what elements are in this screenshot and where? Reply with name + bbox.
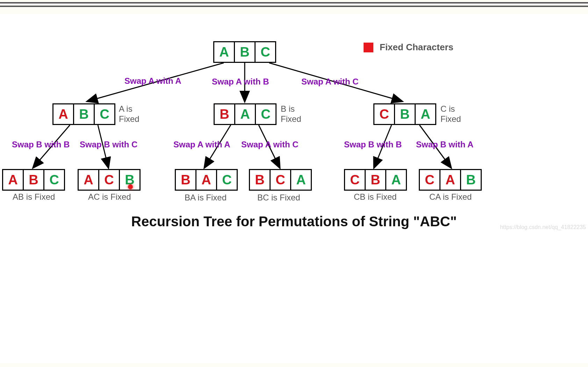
diagram-canvas: Fixed Characters A B C Swap A with A Swa… bbox=[0, 14, 588, 363]
swap-label-l1-right: Swap A with C bbox=[301, 77, 359, 87]
l1-2-cell-1: B bbox=[395, 104, 416, 124]
swap-label-leaf-1: Swap B with C bbox=[80, 140, 137, 149]
l1-2-cell-2: A bbox=[416, 104, 435, 124]
leaf-4-cell-0: C bbox=[345, 170, 366, 190]
leaf-1-cell-1: C bbox=[99, 170, 120, 190]
leaf-0-cell-0: A bbox=[3, 170, 24, 190]
l1-2-fixed: C is Fixed bbox=[440, 104, 461, 124]
leaf-node-0: A B C bbox=[2, 169, 65, 191]
leaf-3-cell-0: B bbox=[250, 170, 271, 190]
l1-2-cell-0: C bbox=[374, 104, 395, 124]
swap-label-leaf-4: Swap B with B bbox=[344, 140, 402, 149]
root-cell-0: A bbox=[214, 42, 235, 62]
leaf-3-cell-1: C bbox=[271, 170, 291, 190]
l1-0-cell-0: A bbox=[53, 104, 74, 124]
watermark-text: https://blog.csdn.net/qq_41822235 bbox=[500, 224, 586, 230]
l1-1-cell-1: A bbox=[235, 104, 256, 124]
root-node: A B C bbox=[213, 41, 276, 63]
legend: Fixed Characters bbox=[364, 42, 453, 53]
root-cell-1: B bbox=[235, 42, 256, 62]
leaf-node-5: C A B bbox=[419, 169, 482, 191]
l1-1-cell-0: B bbox=[215, 104, 235, 124]
leaf-0-cell-1: B bbox=[24, 170, 44, 190]
leaf-5-cell-2: B bbox=[461, 170, 481, 190]
leaf-1-fixed: AC is Fixed bbox=[88, 192, 131, 202]
l1-node-1: B A C bbox=[214, 103, 277, 125]
leaf-2-cell-0: B bbox=[176, 170, 196, 190]
leaf-5-fixed: CA is Fixed bbox=[429, 192, 472, 202]
l1-1-cell-2: C bbox=[256, 104, 275, 124]
l1-node-2: C B A bbox=[373, 103, 436, 125]
leaf-4-cell-2: A bbox=[386, 170, 406, 190]
leaf-0-fixed: AB is Fixed bbox=[13, 192, 55, 202]
legend-label: Fixed Characters bbox=[380, 42, 453, 53]
leaf-4-cell-1: B bbox=[366, 170, 386, 190]
leaf-1-cell-0: A bbox=[79, 170, 99, 190]
l1-0-fixed: A is Fixed bbox=[119, 104, 139, 124]
leaf-3-fixed: BC is Fixed bbox=[257, 193, 300, 203]
swap-label-l1-left: Swap A with A bbox=[124, 76, 181, 86]
l1-0-cell-1: B bbox=[74, 104, 95, 124]
leaf-3-cell-2: A bbox=[291, 170, 311, 190]
swap-label-l1-mid: Swap A with B bbox=[212, 77, 269, 87]
leaf-node-3: B C A bbox=[249, 169, 312, 191]
leaf-0-cell-2: C bbox=[44, 170, 64, 190]
root-cell-2: C bbox=[256, 42, 275, 62]
leaf-4-fixed: CB is Fixed bbox=[354, 192, 397, 202]
leaf-node-4: C B A bbox=[344, 169, 407, 191]
laser-pointer-dot bbox=[128, 184, 133, 189]
leaf-5-cell-1: A bbox=[440, 170, 461, 190]
l1-0-cell-2: C bbox=[95, 104, 114, 124]
l1-1-fixed: B is Fixed bbox=[281, 104, 301, 124]
legend-swatch bbox=[364, 43, 373, 52]
leaf-2-cell-2: C bbox=[217, 170, 237, 190]
swap-label-leaf-2: Swap A with A bbox=[173, 140, 230, 149]
leaf-2-cell-1: A bbox=[196, 170, 217, 190]
leaf-2-fixed: BA is Fixed bbox=[185, 193, 227, 203]
leaf-node-2: B A C bbox=[175, 169, 238, 191]
swap-label-leaf-0: Swap B with B bbox=[12, 140, 70, 149]
leaf-5-cell-0: C bbox=[420, 170, 440, 190]
l1-node-0: A B C bbox=[52, 103, 115, 125]
swap-label-leaf-3: Swap A with C bbox=[241, 140, 299, 149]
swap-label-leaf-5: Swap B with A bbox=[416, 140, 473, 149]
